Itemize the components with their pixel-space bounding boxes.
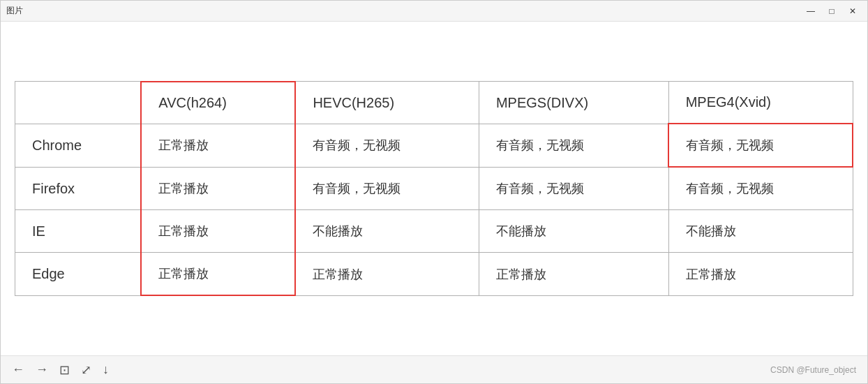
firefox-avc: 正常播放 <box>141 167 295 210</box>
window: 图片 — □ ✕ AVC(h264) HEVC(H265) MPEGS(DIVX… <box>0 0 868 384</box>
edge-mpeg4: 正常播放 <box>668 253 853 296</box>
nav-grid-icon[interactable]: ⊡ <box>59 362 70 378</box>
edge-hevc: 正常播放 <box>295 253 479 296</box>
chrome-mpegs: 有音频，无视频 <box>479 124 668 167</box>
nav-forward-icon[interactable]: → <box>36 362 48 377</box>
ie-hevc: 不能播放 <box>295 210 479 253</box>
nav-download-icon[interactable]: ↓ <box>103 362 109 377</box>
ie-mpegs: 不能播放 <box>479 210 668 253</box>
browser-label-firefox: Firefox <box>15 167 142 210</box>
table-row: Firefox 正常播放 有音频，无视频 有音频，无视频 有音频，无视频 <box>15 167 853 210</box>
ie-mpeg4: 不能播放 <box>668 210 853 253</box>
browser-label-edge: Edge <box>15 253 142 296</box>
comparison-table: AVC(h264) HEVC(H265) MPEGS(DIVX) MPEG4(X… <box>15 81 853 297</box>
maximize-button[interactable]: □ <box>823 4 841 18</box>
table-row: Edge 正常播放 正常播放 正常播放 正常播放 <box>15 253 853 296</box>
chrome-hevc: 有音频，无视频 <box>295 124 479 167</box>
content-area: AVC(h264) HEVC(H265) MPEGS(DIVX) MPEG4(X… <box>1 22 867 355</box>
edge-avc: 正常播放 <box>141 253 295 296</box>
edge-mpegs: 正常播放 <box>479 253 668 296</box>
nav-back-icon[interactable]: ← <box>12 362 24 377</box>
nav-icons: ← → ⊡ ⤢ ↓ <box>12 362 109 378</box>
firefox-mpeg4: 有音频，无视频 <box>668 167 853 210</box>
browser-label-chrome: Chrome <box>15 124 142 167</box>
table-row: IE 正常播放 不能播放 不能播放 不能播放 <box>15 210 853 253</box>
watermark-text: CSDN @Future_object <box>770 365 856 375</box>
chrome-mpeg4: 有音频，无视频 <box>668 124 853 167</box>
window-title: 图片 <box>6 5 23 17</box>
header-avc: AVC(h264) <box>141 82 295 124</box>
firefox-hevc: 有音频，无视频 <box>295 167 479 210</box>
browser-label-ie: IE <box>15 210 142 253</box>
header-mpeg4: MPEG4(Xvid) <box>668 82 853 124</box>
bottom-bar: ← → ⊡ ⤢ ↓ CSDN @Future_object <box>1 355 867 383</box>
firefox-mpegs: 有音频，无视频 <box>479 167 668 210</box>
table-row: Chrome 正常播放 有音频，无视频 有音频，无视频 有音频，无视频 <box>15 124 853 167</box>
header-browser <box>15 82 142 124</box>
window-controls: — □ ✕ <box>802 4 862 18</box>
table-container: AVC(h264) HEVC(H265) MPEGS(DIVX) MPEG4(X… <box>15 81 853 297</box>
table-header-row: AVC(h264) HEVC(H265) MPEGS(DIVX) MPEG4(X… <box>15 82 853 124</box>
ie-avc: 正常播放 <box>141 210 295 253</box>
header-hevc: HEVC(H265) <box>295 82 479 124</box>
nav-expand-icon[interactable]: ⤢ <box>81 362 91 378</box>
close-button[interactable]: ✕ <box>844 4 862 18</box>
minimize-button[interactable]: — <box>802 4 820 18</box>
title-bar: 图片 — □ ✕ <box>1 1 867 22</box>
header-mpegs: MPEGS(DIVX) <box>479 82 668 124</box>
chrome-avc: 正常播放 <box>141 124 295 167</box>
